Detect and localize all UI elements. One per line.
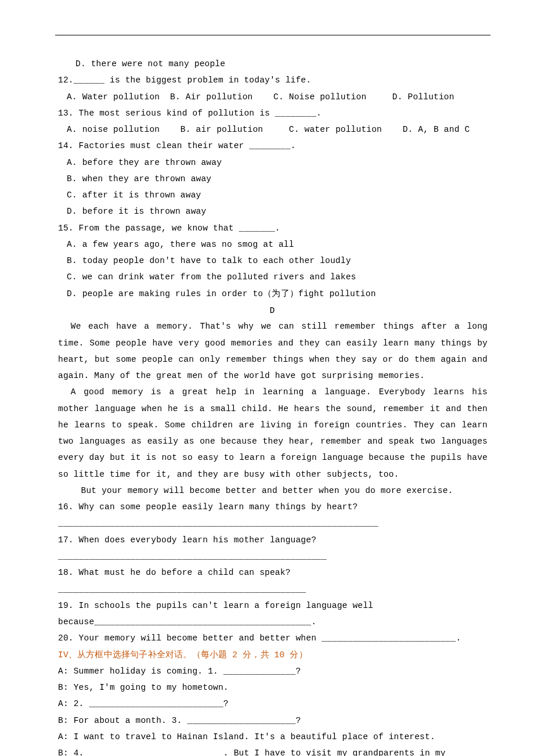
q18-blank: ________________________________________…	[58, 581, 488, 597]
dialogue-line-4: B: For about a month. 3. _______________…	[58, 712, 488, 729]
q17-blank: ________________________________________…	[58, 548, 488, 564]
top-divider	[55, 35, 490, 35]
dialogue-line-1: A: Summer holiday is coming. 1. ________…	[58, 663, 488, 679]
q13-A: A. noise pollution	[67, 125, 160, 134]
q19-stem-a: 19. In schools the pupils can't learn a …	[58, 597, 488, 614]
q14-stem: 14. Factories must clean their water ___…	[58, 138, 488, 154]
q19-stem-b: because_________________________________…	[58, 614, 488, 630]
q18-stem: 18. What must he do before a child can s…	[58, 564, 488, 581]
q13-stem: 13. The most serious kind of pollution i…	[58, 105, 488, 121]
q12-stem: 12.______ is the biggest problem in toda…	[58, 72, 488, 88]
q12-C: C. Noise pollution	[273, 92, 366, 102]
section-IV-title: IV、从方框中选择句子补全对话。（每小题 2 分，共 10 分）	[58, 647, 488, 663]
q12-B: B. Air pollution	[170, 92, 252, 102]
passage-D-p1: We each have a memory. That's why we can…	[58, 318, 488, 384]
section-D-label: D	[58, 302, 488, 318]
q12-D: D. Pollution	[392, 92, 454, 102]
dialogue-line-5: A: I want to travel to Hainan Island. It…	[58, 729, 488, 745]
passage-D-p3-text: But your memory will become better and b…	[81, 486, 453, 495]
q14-D: D. before it is thrown away	[58, 203, 488, 219]
q15-A: A. a few years ago, there was no smog at…	[58, 236, 488, 253]
q13-options: A. noise pollution B. air pollution C. w…	[58, 121, 488, 138]
q14-C: C. after it is thrown away	[58, 187, 488, 203]
document-page: D. there were not many people 12.______ …	[0, 0, 534, 756]
passage-D-p1-text: We each have a memory. That's why we can…	[58, 322, 488, 380]
q16-stem: 16. Why can some people easily learn man…	[58, 499, 488, 515]
dialogue-line-2: B: Yes, I'm going to my hometown.	[58, 679, 488, 696]
q13-B: B. air pollution	[181, 125, 263, 134]
dialogue-line-3: A: 2. __________________________?	[58, 696, 488, 712]
passage-D-p3: But your memory will become better and b…	[58, 483, 488, 499]
q11-option-D: D. there were not many people	[58, 56, 488, 72]
q15-stem: 15. From the passage, we know that _____…	[58, 220, 488, 236]
q13-D: D. A, B and C	[403, 125, 470, 134]
q15-B: B. today people don't have to talk to ea…	[58, 253, 488, 269]
q14-B: B. when they are thrown away	[58, 171, 488, 187]
q16-blank: ________________________________________…	[58, 515, 488, 531]
passage-D-p2: A good memory is a great help in learnin…	[58, 384, 488, 483]
passage-D-p2-text: A good memory is a great help in learnin…	[58, 387, 488, 478]
q20-stem: 20. Your memory will become better and b…	[58, 630, 488, 646]
q15-C: C. we can drink water from the polluted …	[58, 269, 488, 285]
q12-A: A. Water pollution	[67, 92, 160, 102]
q17-stem: 17. When does everybody learn his mother…	[58, 532, 488, 548]
q14-A: A. before they are thrown away	[58, 154, 488, 171]
q15-D: D. people are making rules in order to（为…	[58, 286, 488, 302]
dialogue-line-6: B: 4. __________________________. But I …	[58, 745, 488, 756]
q13-C: C. water pollution	[289, 125, 382, 134]
q12-options: A. Water pollution B. Air pollution C. N…	[58, 89, 488, 105]
